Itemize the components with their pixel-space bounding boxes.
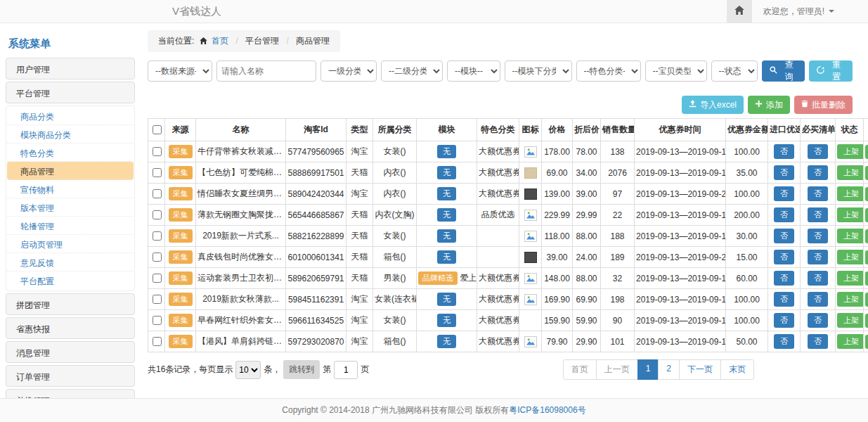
status-select[interactable]: --状态-- xyxy=(711,60,758,82)
page-button[interactable]: 1 xyxy=(637,359,659,380)
coupon-time-cell: 2019-09-13—2019-09-17 xyxy=(635,141,726,162)
page-button[interactable]: 下一页 xyxy=(679,359,721,380)
sidebar-item[interactable]: 平台配置 xyxy=(7,271,134,290)
must-buy-toggle-button[interactable]: 否 xyxy=(808,271,828,286)
row-checkbox[interactable] xyxy=(153,295,162,304)
must-buy-toggle-button[interactable]: 否 xyxy=(808,292,828,307)
edit-button[interactable] xyxy=(865,187,868,201)
add-button[interactable]: 添加 xyxy=(748,96,790,114)
module-select[interactable]: --模块-- xyxy=(447,60,500,82)
sidebar-group[interactable]: 订单管理 xyxy=(6,365,135,387)
type-cell: 天猫 xyxy=(346,247,373,268)
page-button[interactable]: 2 xyxy=(658,359,680,380)
edit-button[interactable] xyxy=(865,166,868,180)
imported-toggle-button[interactable]: 否 xyxy=(774,292,794,307)
status-button[interactable]: 上架 xyxy=(837,186,864,201)
level1-category-select[interactable]: 一级分类 xyxy=(320,60,377,82)
icp-link[interactable]: 粤ICP备16098006号 xyxy=(509,404,585,416)
page-button[interactable]: 首页 xyxy=(563,359,597,380)
imported-toggle-button[interactable]: 否 xyxy=(774,144,794,159)
imported-toggle-button[interactable]: 否 xyxy=(774,334,794,349)
imported-toggle-button[interactable]: 否 xyxy=(774,250,794,264)
module-sub-category-select[interactable]: --模块下分类-- xyxy=(505,60,572,82)
imported-toggle-button[interactable]: 否 xyxy=(774,271,794,286)
sidebar-item[interactable]: 版本管理 xyxy=(7,198,134,217)
page-size-select[interactable]: 10 xyxy=(235,361,261,379)
status-cell: 上架 xyxy=(836,331,864,352)
row-checkbox[interactable] xyxy=(153,274,162,283)
status-button[interactable]: 上架 xyxy=(837,165,864,180)
status-button[interactable]: 上架 xyxy=(837,229,864,243)
status-button[interactable]: 上架 xyxy=(837,144,864,159)
row-checkbox[interactable] xyxy=(153,147,162,156)
status-button[interactable]: 上架 xyxy=(837,250,864,264)
row-checkbox[interactable] xyxy=(153,316,162,325)
search-button[interactable]: 查询 xyxy=(762,60,805,82)
row-checkbox[interactable] xyxy=(153,210,162,219)
imported-toggle-button[interactable]: 否 xyxy=(774,313,794,328)
jump-page-input[interactable] xyxy=(334,361,358,379)
edit-button[interactable] xyxy=(865,293,868,307)
edit-button[interactable] xyxy=(865,271,868,286)
must-buy-toggle-button[interactable]: 否 xyxy=(808,229,828,243)
sidebar-group[interactable]: 消息管理 xyxy=(6,341,135,363)
sidebar-item[interactable]: 特色分类 xyxy=(7,143,134,162)
must-buy-toggle-button[interactable]: 否 xyxy=(808,334,828,349)
jump-button[interactable]: 跳转到 xyxy=(283,360,320,379)
reset-button[interactable]: 重置 xyxy=(809,60,853,82)
row-checkbox[interactable] xyxy=(153,189,162,198)
must-buy-toggle-button[interactable]: 否 xyxy=(808,313,828,328)
edit-button[interactable] xyxy=(865,250,868,264)
status-button[interactable]: 上架 xyxy=(837,271,864,286)
imported-toggle-button[interactable]: 否 xyxy=(774,207,794,222)
edit-button[interactable] xyxy=(865,208,868,222)
row-checkbox[interactable] xyxy=(153,337,162,346)
row-checkbox[interactable] xyxy=(153,168,162,177)
name-search-input[interactable] xyxy=(216,60,316,82)
batch-delete-button[interactable]: 批量删除 xyxy=(794,96,853,114)
page-button[interactable]: 末页 xyxy=(720,359,754,380)
item-type-select[interactable]: --宝贝类型-- xyxy=(645,60,707,82)
edit-button[interactable] xyxy=(865,335,868,349)
sidebar-item[interactable]: 宣传物料 xyxy=(7,180,134,198)
level2-category-select[interactable]: --二级分类-- xyxy=(381,60,443,82)
must-buy-toggle-button[interactable]: 否 xyxy=(808,165,828,180)
data-source-select[interactable]: --数据来源-- xyxy=(148,60,212,82)
row-checkbox[interactable] xyxy=(153,252,162,262)
import-excel-button[interactable]: 导入excel xyxy=(682,96,744,114)
must-buy-toggle-button[interactable]: 否 xyxy=(808,186,828,201)
edit-button[interactable] xyxy=(865,314,868,328)
sidebar-group[interactable]: 拼团管理 xyxy=(6,293,135,315)
home-button[interactable] xyxy=(727,0,752,23)
sidebar-group[interactable]: 省惠快报 xyxy=(6,317,135,339)
status-button[interactable]: 上架 xyxy=(837,292,864,307)
sidebar-item[interactable]: 轮播管理 xyxy=(7,217,134,235)
sidebar-item[interactable]: 商品分类 xyxy=(7,107,134,125)
pagination: 首页上一页12下一页末页 xyxy=(563,359,754,380)
imported-toggle-button[interactable]: 否 xyxy=(774,186,794,201)
page-button[interactable]: 上一页 xyxy=(596,359,638,380)
edit-button[interactable] xyxy=(865,229,868,243)
must-buy-cell: 否 xyxy=(801,247,836,268)
sidebar-item[interactable]: 启动页管理 xyxy=(7,235,134,253)
edit-button[interactable] xyxy=(865,145,868,159)
sidebar-item[interactable]: 模块商品分类 xyxy=(7,125,134,143)
feature-category-select[interactable]: --特色分类-- xyxy=(576,60,641,82)
row-checkbox[interactable] xyxy=(153,231,162,241)
must-buy-toggle-button[interactable]: 否 xyxy=(808,250,828,264)
must-buy-toggle-button[interactable]: 否 xyxy=(808,144,828,159)
imported-toggle-button[interactable]: 否 xyxy=(774,165,794,180)
user-menu[interactable]: 欢迎您，管理员! xyxy=(752,0,868,23)
col-category: 所属分类 xyxy=(373,119,417,141)
status-button[interactable]: 上架 xyxy=(837,334,864,349)
select-all-checkbox[interactable] xyxy=(153,125,162,134)
must-buy-toggle-button[interactable]: 否 xyxy=(808,207,828,222)
sidebar-item[interactable]: 商品管理 xyxy=(7,162,134,180)
status-button[interactable]: 上架 xyxy=(837,207,864,222)
sidebar-group[interactable]: 平台管理 xyxy=(6,82,135,103)
imported-toggle-button[interactable]: 否 xyxy=(774,229,794,243)
status-button[interactable]: 上架 xyxy=(837,313,864,328)
sidebar-group[interactable]: 用户管理 xyxy=(6,58,135,79)
sidebar-item[interactable]: 意见反馈 xyxy=(7,253,134,271)
breadcrumb-home-link[interactable]: 首页 xyxy=(212,36,228,46)
